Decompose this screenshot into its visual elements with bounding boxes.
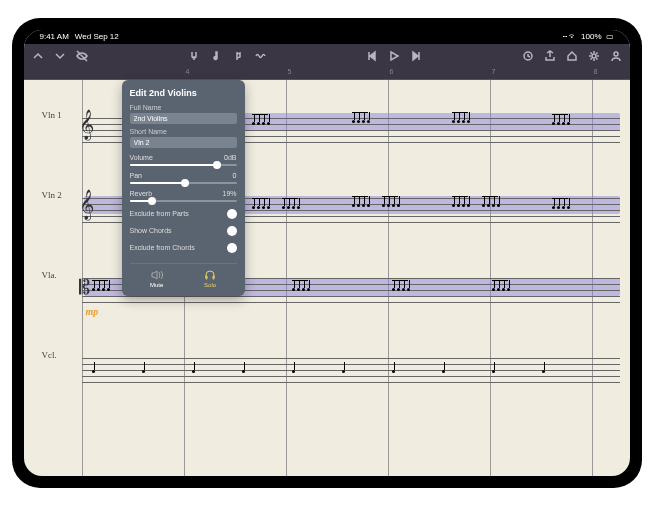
- stave-row-vln2[interactable]: Vln 2 𝄞: [24, 168, 630, 240]
- short-name-input[interactable]: [130, 137, 237, 148]
- stave-row-vla[interactable]: Vla. 𝄡 mp: [24, 248, 630, 320]
- reverb-slider[interactable]: Reverb19%: [130, 190, 237, 202]
- notes: [82, 354, 620, 384]
- instrument-label: Vln 1: [42, 110, 62, 120]
- full-name-input[interactable]: [130, 113, 237, 124]
- ruler-mark: 5: [286, 68, 292, 75]
- panel-title: Edit 2nd Violins: [130, 88, 237, 98]
- battery-icon: ▭: [606, 32, 614, 41]
- headphones-icon: [204, 270, 216, 280]
- ipad-frame: 9:41 AM Wed Sep 12 ⋯ ᯤ 100% ▭ 4 5 6 7 8: [12, 18, 642, 488]
- ruler-mark: 8: [592, 68, 598, 75]
- instrument-label: Vln 2: [42, 190, 62, 200]
- short-name-label: Short Name: [130, 128, 237, 135]
- dynamic-marking: mp: [86, 306, 99, 317]
- stave-row-vln1[interactable]: Vln 1 𝄞: [24, 88, 630, 160]
- status-bar: 9:41 AM Wed Sep 12 ⋯ ᯤ 100% ▭: [24, 30, 630, 44]
- solo-button[interactable]: Solo: [204, 270, 216, 288]
- instrument-label: Vcl.: [42, 350, 57, 360]
- speaker-icon: [151, 270, 163, 280]
- screen: 9:41 AM Wed Sep 12 ⋯ ᯤ 100% ▭ 4 5 6 7 8: [24, 30, 630, 476]
- toggle-icon: [227, 226, 237, 236]
- tuning-fork-icon[interactable]: [188, 50, 200, 62]
- accidental-icon[interactable]: [232, 50, 244, 62]
- toggle-icon: [227, 209, 237, 219]
- home-icon[interactable]: [566, 50, 578, 62]
- note-icon[interactable]: [210, 50, 222, 62]
- skip-forward-icon[interactable]: [410, 50, 422, 62]
- battery-pct: 100%: [581, 32, 601, 41]
- ruler-mark: 7: [490, 68, 496, 75]
- svg-point-2: [614, 52, 618, 56]
- trill-icon[interactable]: [254, 50, 266, 62]
- hide-icon[interactable]: [76, 50, 88, 62]
- status-time: 9:41 AM: [40, 32, 69, 41]
- exclude-parts-toggle[interactable]: Exclude from Parts: [130, 209, 237, 219]
- wifi-icon: ⋯ ᯤ: [563, 32, 577, 41]
- mute-button[interactable]: Mute: [150, 270, 163, 288]
- score-area[interactable]: Vln 1 𝄞 Vln 2 𝄞: [24, 80, 630, 476]
- gear-icon[interactable]: [588, 50, 600, 62]
- toolbar: [24, 44, 630, 68]
- toggle-icon: [227, 243, 237, 253]
- user-icon[interactable]: [610, 50, 622, 62]
- show-chords-toggle[interactable]: Show Chords: [130, 226, 237, 236]
- full-name-label: Full Name: [130, 104, 237, 111]
- clock-icon[interactable]: [522, 50, 534, 62]
- share-icon[interactable]: [544, 50, 556, 62]
- stave-row-vcl[interactable]: Vcl.: [24, 328, 630, 400]
- chevron-down-icon[interactable]: [54, 50, 66, 62]
- chevron-up-icon[interactable]: [32, 50, 44, 62]
- skip-back-icon[interactable]: [366, 50, 378, 62]
- exclude-chords-toggle[interactable]: Exclude from Chords: [130, 243, 237, 253]
- pan-slider[interactable]: Pan0: [130, 172, 237, 184]
- ruler-mark: 4: [184, 68, 190, 75]
- edit-instrument-panel: Edit 2nd Violins Full Name Short Name Vo…: [122, 80, 245, 296]
- ruler[interactable]: 4 5 6 7 8: [24, 68, 630, 80]
- ruler-mark: 6: [388, 68, 394, 75]
- play-icon[interactable]: [388, 50, 400, 62]
- instrument-label: Vla.: [42, 270, 57, 280]
- status-date: Wed Sep 12: [75, 32, 119, 41]
- svg-point-1: [592, 54, 596, 58]
- volume-slider[interactable]: Volume0dB: [130, 154, 237, 166]
